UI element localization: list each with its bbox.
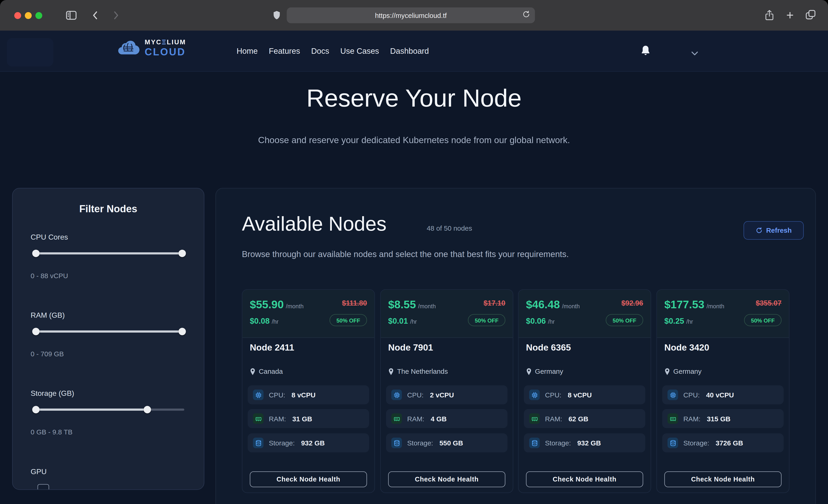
price-header: $177.53/month $355.07 $0.25/hr 50% OFF bbox=[657, 290, 789, 338]
cpu-spec-row: CPU:40 vCPU bbox=[662, 385, 784, 404]
ram-slider-max-handle[interactable] bbox=[178, 328, 186, 335]
reload-icon[interactable] bbox=[522, 10, 530, 20]
url-text: https://myceliumcloud.tf bbox=[375, 11, 447, 19]
browser-toolbar: https://myceliumcloud.tf + bbox=[0, 0, 828, 31]
node-location: The Netherlands bbox=[388, 367, 448, 375]
notifications-bell-icon[interactable] bbox=[640, 45, 651, 56]
section-subtitle: Browse through our available nodes and s… bbox=[242, 250, 569, 259]
hourly-price: $0.08 bbox=[250, 316, 270, 325]
ram-memory-icon bbox=[529, 413, 540, 424]
discount-badge: 50% OFF bbox=[330, 314, 367, 326]
node-location: Germany bbox=[526, 367, 563, 375]
node-name: Node 7901 bbox=[388, 342, 433, 353]
storage-slider-min-handle[interactable] bbox=[32, 406, 40, 413]
storage-slider-max-handle[interactable] bbox=[143, 406, 151, 413]
node-card: $8.55/month $17.10 $0.01/hr 50% OFF Node… bbox=[380, 289, 513, 493]
nav-menu: Home Features Docs Use Cases Dashboard bbox=[237, 31, 429, 71]
back-button-icon[interactable] bbox=[90, 9, 101, 23]
storage-disk-icon bbox=[668, 437, 678, 448]
ram-range-slider[interactable] bbox=[34, 328, 184, 335]
cpu-filter-range: 0 - 88 vCPU bbox=[31, 272, 68, 280]
shield-icon[interactable] bbox=[273, 10, 280, 22]
node-card: $46.48/month $92.96 $0.06/hr 50% OFF Nod… bbox=[518, 289, 651, 493]
brand-name-bottom: CLOUD bbox=[145, 47, 186, 57]
cpu-spec-row: CPU:8 vCPU bbox=[524, 385, 646, 404]
forward-button-icon[interactable] bbox=[110, 9, 122, 23]
storage-spec-row: Storage:550 GB bbox=[386, 433, 508, 453]
original-price: $17.10 bbox=[484, 299, 505, 307]
nav-item-features[interactable]: Features bbox=[269, 46, 300, 55]
cpu-spec-row: CPU:2 vCPU bbox=[386, 385, 508, 404]
cpu-range-slider[interactable] bbox=[34, 250, 184, 257]
price-header: $46.48/month $92.96 $0.06/hr 50% OFF bbox=[519, 290, 651, 338]
check-node-health-button[interactable]: Check Node Health bbox=[526, 471, 643, 487]
ram-spec-row: RAM:315 GB bbox=[662, 409, 784, 428]
discount-badge: 50% OFF bbox=[606, 314, 643, 326]
nav-item-use-cases[interactable]: Use Cases bbox=[340, 46, 379, 55]
ram-memory-icon bbox=[391, 413, 402, 424]
cpu-chip-icon bbox=[253, 390, 263, 400]
cpu-spec-row: CPU:8 vCPU bbox=[248, 385, 369, 404]
node-name: Node 6365 bbox=[526, 342, 571, 353]
hourly-price: $0.06 bbox=[526, 316, 546, 325]
site-navbar: MYCΞLIUM CLOUD Home Features Docs Use Ca… bbox=[0, 31, 828, 72]
price-header: $8.55/month $17.10 $0.01/hr 50% OFF bbox=[381, 290, 513, 338]
cpu-chip-icon bbox=[391, 390, 402, 400]
storage-spec-row: Storage:932 GB bbox=[524, 433, 646, 453]
storage-spec-row: Storage:932 GB bbox=[248, 433, 369, 453]
ram-spec-row: RAM:31 GB bbox=[248, 409, 369, 428]
nav-item-docs[interactable]: Docs bbox=[311, 46, 329, 55]
location-pin-icon bbox=[664, 368, 670, 375]
node-name: Node 2411 bbox=[250, 342, 294, 353]
location-pin-icon bbox=[250, 368, 255, 375]
storage-disk-icon bbox=[253, 437, 263, 448]
brand-logo[interactable]: MYCΞLIUM CLOUD bbox=[117, 37, 186, 59]
address-bar[interactable]: https://myceliumcloud.tf bbox=[287, 7, 535, 23]
location-pin-icon bbox=[388, 368, 394, 375]
refresh-icon bbox=[756, 227, 762, 234]
node-card: $55.90/month $111.80 $0.08/hr 50% OFF No… bbox=[242, 289, 375, 493]
page-title: Reserve Your Node bbox=[0, 83, 828, 112]
cpu-chip-icon bbox=[668, 390, 678, 400]
gpu-filter-label: GPU bbox=[31, 467, 47, 476]
node-location: Germany bbox=[664, 367, 702, 375]
section-title: Available Nodes bbox=[242, 213, 386, 236]
ram-memory-icon bbox=[668, 413, 678, 424]
price-header: $55.90/month $111.80 $0.08/hr 50% OFF bbox=[242, 290, 374, 338]
close-window-button[interactable] bbox=[14, 12, 21, 19]
minimize-window-button[interactable] bbox=[25, 12, 32, 19]
brand-name-top: MYCΞLIUM bbox=[145, 39, 186, 46]
hourly-price: $0.25 bbox=[664, 316, 684, 325]
original-price: $92.96 bbox=[621, 299, 643, 307]
check-node-health-button[interactable]: Check Node Health bbox=[664, 471, 782, 487]
nav-item-dashboard[interactable]: Dashboard bbox=[390, 46, 429, 55]
browser-window: https://myceliumcloud.tf + bbox=[0, 0, 828, 504]
storage-disk-icon bbox=[391, 437, 402, 448]
storage-disk-icon bbox=[529, 437, 540, 448]
new-tab-icon[interactable]: + bbox=[786, 9, 794, 21]
tab-overview-icon[interactable] bbox=[805, 9, 817, 23]
ram-slider-min-handle[interactable] bbox=[32, 328, 40, 335]
nav-item-home[interactable]: Home bbox=[237, 46, 258, 55]
check-node-health-button[interactable]: Check Node Health bbox=[388, 471, 505, 487]
mycelium-cloud-logo-icon bbox=[117, 37, 140, 59]
discount-badge: 50% OFF bbox=[744, 314, 782, 326]
cpu-chip-icon bbox=[529, 390, 540, 400]
cpu-filter-label: CPU Cores bbox=[31, 233, 68, 241]
cpu-slider-max-handle[interactable] bbox=[178, 250, 186, 257]
node-count-badge: 48 of 50 nodes bbox=[427, 224, 472, 232]
gpu-checkbox[interactable] bbox=[37, 484, 49, 490]
cpu-slider-min-handle[interactable] bbox=[32, 250, 40, 257]
nav-ghost-tile bbox=[7, 38, 53, 67]
check-node-health-button[interactable]: Check Node Health bbox=[250, 471, 367, 487]
ram-spec-row: RAM:4 GB bbox=[386, 409, 508, 428]
refresh-button[interactable]: Refresh bbox=[743, 221, 804, 240]
zoom-window-button[interactable] bbox=[35, 12, 42, 19]
share-icon[interactable] bbox=[764, 9, 775, 24]
ram-memory-icon bbox=[253, 413, 263, 424]
storage-range-slider[interactable] bbox=[34, 406, 184, 413]
account-chevron-down-icon[interactable] bbox=[691, 48, 698, 53]
node-location: Canada bbox=[250, 367, 283, 375]
sidebar-toggle-icon[interactable] bbox=[65, 9, 78, 24]
storage-filter-label: Storage (GB) bbox=[31, 389, 74, 397]
